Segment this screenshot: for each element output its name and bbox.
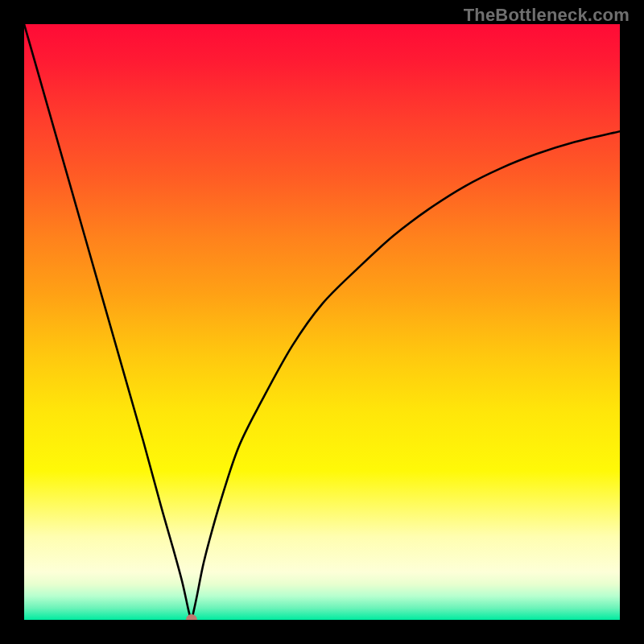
optimal-point-dot — [186, 614, 197, 620]
curve-layer — [24, 24, 620, 620]
bottleneck-curve — [24, 24, 620, 620]
watermark-text: TheBottleneck.com — [464, 5, 630, 26]
chart-frame: TheBottleneck.com — [0, 0, 644, 644]
plot-area — [24, 24, 620, 620]
